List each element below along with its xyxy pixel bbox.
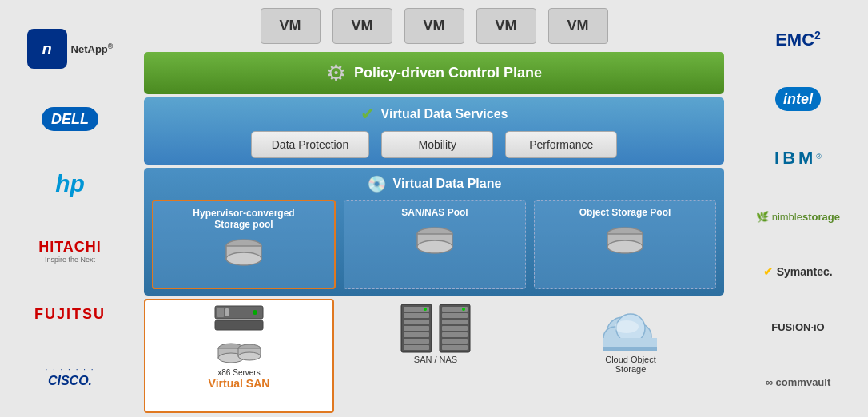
vm-box-5: VM <box>548 8 608 44</box>
pool-disk-icon-2 <box>415 224 455 256</box>
vdp-section: 💿 Virtual Data Plane Hypervisor-converge… <box>144 168 724 296</box>
svg-rect-26 <box>404 339 429 344</box>
sannas-label: SAN / NAS <box>414 355 457 364</box>
svg-rect-25 <box>404 332 429 337</box>
logo-commvault: ∞ commvault <box>766 375 831 389</box>
vsan-sublabel: x86 Servers <box>217 368 260 377</box>
data-protection-button[interactable]: Data Protection <box>251 131 370 158</box>
pool-disk-icon-3 <box>605 224 645 256</box>
vsan-title: Virtual SAN <box>209 377 270 390</box>
logo-cisco: · · · · · · · CISCO. <box>45 365 94 388</box>
center-content: VM VM VM VM VM ⚙ Policy-driven Control P… <box>140 0 728 417</box>
left-logos-panel: n NetApp® DELL hp HITACHI Inspire the Ne… <box>0 0 140 417</box>
main-container: n NetApp® DELL hp HITACHI Inspire the Ne… <box>0 0 868 417</box>
vm-box-3: VM <box>404 8 464 44</box>
policy-bar: ⚙ Policy-driven Control Plane <box>144 52 724 94</box>
cloud-label: Cloud ObjectStorage <box>605 355 656 374</box>
svg-point-5 <box>417 240 452 253</box>
logo-emc: EMC2 <box>775 28 821 50</box>
server-icon <box>211 304 267 340</box>
vds-title: Virtual Data Services <box>381 107 508 121</box>
performance-button[interactable]: Performance <box>505 131 617 158</box>
pool-object-label: Object Storage Pool <box>579 207 671 218</box>
svg-rect-11 <box>225 308 229 316</box>
logo-hp: hp <box>55 170 85 197</box>
logo-fusion: FUSiON·iO <box>771 320 824 334</box>
svg-rect-10 <box>217 308 224 317</box>
logo-ibm: IBM® <box>774 148 822 169</box>
pool-sannas-label: SAN/NAS Pool <box>401 207 468 218</box>
vdp-container: 💿 Virtual Data Plane Hypervisor-converge… <box>144 168 724 413</box>
vds-section: ✔ Virtual Data Services Data Protection … <box>144 97 724 165</box>
logo-hitachi: HITACHI Inspire the Next <box>38 239 102 264</box>
logo-netapp: n NetApp® <box>27 29 113 69</box>
svg-rect-27 <box>404 345 429 350</box>
bottom-item-cloud: Cloud ObjectStorage <box>537 299 724 414</box>
pool-disk-icon-1 <box>224 236 264 268</box>
mobility-button[interactable]: Mobility <box>381 131 493 158</box>
svg-rect-22 <box>404 313 429 318</box>
svg-rect-36 <box>442 345 468 350</box>
svg-rect-23 <box>404 320 429 324</box>
vm-row: VM VM VM VM VM <box>144 4 724 48</box>
bottom-item-sannas: SAN / NAS <box>342 299 529 414</box>
sannas-icon <box>400 303 472 355</box>
svg-rect-31 <box>442 313 468 318</box>
svg-point-37 <box>462 308 465 311</box>
vdp-title: Virtual Data Plane <box>393 177 502 191</box>
vdp-pools: Hypervisor-convergedStorage pool SAN/NAS… <box>152 200 716 289</box>
bottom-items-row: x86 Servers Virtual SAN <box>144 299 724 414</box>
logo-intel: intel <box>775 91 821 108</box>
gear-icon: ⚙ <box>326 60 346 86</box>
disk-pair-icon <box>215 340 263 368</box>
svg-point-12 <box>253 310 257 315</box>
pool-object: Object Storage Pool <box>534 200 716 289</box>
right-logos-panel: EMC2 intel IBM® 🌿 nimblestorage ✔ Symant… <box>728 0 868 417</box>
svg-rect-35 <box>442 339 468 344</box>
logo-symantec: ✔ Symantec. <box>763 264 833 279</box>
logo-fujitsu: FUJITSU <box>34 306 106 323</box>
svg-rect-34 <box>442 332 468 337</box>
logo-nimble: 🌿 nimblestorage <box>756 209 840 224</box>
vm-box-4: VM <box>476 8 536 44</box>
policy-bar-title: Policy-driven Control Plane <box>354 65 542 81</box>
logo-dell: DELL <box>42 111 98 128</box>
svg-rect-43 <box>603 347 657 351</box>
checkmark-icon: ✔ <box>360 104 375 125</box>
cloud-icon <box>595 303 667 355</box>
vm-box-1: VM <box>261 8 321 44</box>
svg-point-2 <box>226 252 261 265</box>
svg-point-28 <box>424 308 427 311</box>
pool-hypervisor: Hypervisor-convergedStorage pool <box>152 200 336 289</box>
svg-point-8 <box>607 240 643 253</box>
pool-hypervisor-label: Hypervisor-convergedStorage pool <box>193 208 294 230</box>
svg-rect-33 <box>442 326 468 331</box>
vds-buttons: Data Protection Mobility Performance <box>153 131 715 158</box>
svg-rect-32 <box>442 320 468 324</box>
vds-header: ✔ Virtual Data Services <box>153 104 715 125</box>
bottom-item-vsan: x86 Servers Virtual SAN <box>144 299 334 414</box>
vdp-header: 💿 Virtual Data Plane <box>152 174 716 193</box>
svg-point-19 <box>238 352 261 360</box>
svg-rect-24 <box>404 326 429 331</box>
disk-icon: 💿 <box>367 174 387 193</box>
vm-box-2: VM <box>332 8 392 44</box>
svg-rect-13 <box>215 320 263 330</box>
pool-sannas: SAN/NAS Pool <box>344 200 526 289</box>
svg-point-44 <box>615 320 639 333</box>
